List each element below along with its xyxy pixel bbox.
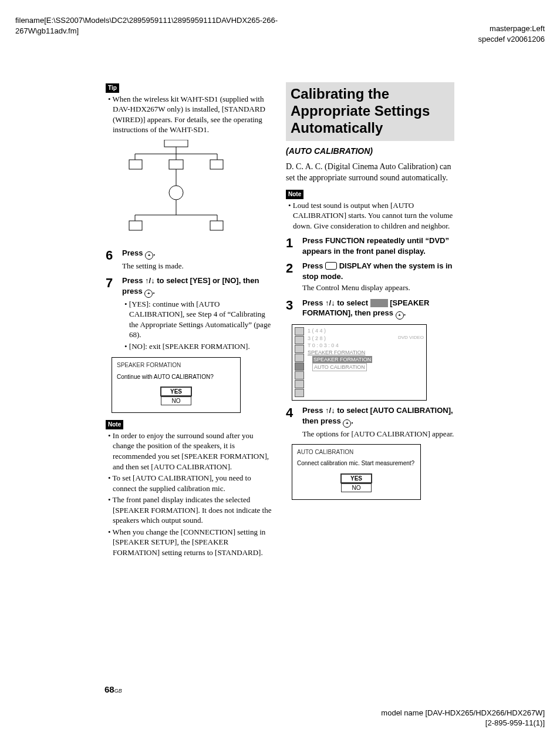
svg-rect-0	[164, 140, 188, 147]
step-1-number: 1	[286, 236, 302, 250]
header-meta: masterpage:Left specdef v20061206	[478, 23, 545, 44]
control-menu-display: 1 ( 4 4 ) 3 ( 2 8 ) DVD VIDEO T 0 : 0 3 …	[292, 324, 427, 401]
step-1-instruction: Press FUNCTION repeatedly until “DVD” ap…	[302, 236, 454, 256]
dialog-prompt: Connect calibration mic. Start measureme…	[297, 459, 416, 468]
tip-label: Tip	[106, 83, 119, 93]
intro-text: D. C. A. C. (Digital Cinema Auto Calibra…	[286, 162, 454, 184]
dialog-title: SPEAKER FORMATION	[117, 361, 235, 369]
step-6-instruction: Press +.	[122, 248, 274, 260]
step-2-instruction: Press DISPLAY when the system is in stop…	[302, 261, 454, 281]
enter-icon: +	[396, 311, 404, 320]
svg-rect-20	[129, 221, 142, 230]
dialog-yes[interactable]: YES	[160, 387, 192, 396]
menu-speaker-formation-2[interactable]: SPEAKER FORMATION	[312, 356, 372, 363]
speaker-formation-dialog: SPEAKER FORMATION Continue with AUTO CAL…	[112, 357, 241, 413]
svg-rect-13	[210, 160, 223, 169]
step-2: 2 Press DISPLAY when the system is in st…	[286, 261, 454, 293]
step-7: 7 Press ↑/↓ to select [YES] or [NO], the…	[106, 275, 274, 352]
step-4-instruction: Press ↑/↓ to select [AUTO CALIBRATION], …	[302, 405, 454, 428]
document-code: [2-895-959-11(1)]	[381, 718, 545, 728]
step-4-result: The options for [AUTO CALIBRATION] appea…	[302, 429, 454, 439]
menu-line-3: T 0 : 0 3 : 0 4	[308, 342, 424, 349]
dialog-prompt: Continue with AUTO CALIBRATION?	[117, 373, 235, 381]
footer-meta: model name [DAV-HDX265/HDX266/HDX267W] […	[381, 708, 545, 728]
step-6: 6 Press +. The setting is made.	[106, 248, 274, 271]
dialog-no[interactable]: NO	[341, 483, 372, 492]
svg-point-14	[169, 186, 183, 200]
svg-rect-21	[210, 221, 223, 230]
step-3-number: 3	[286, 298, 302, 312]
menu-speaker-formation-1: SPEAKER FORMATION	[308, 349, 424, 356]
dialog-yes[interactable]: YES	[340, 473, 372, 483]
enter-icon: +	[343, 419, 351, 428]
step-6-number: 6	[106, 248, 122, 262]
left-column: Tip When the wireless kit WAHT-SD1 (supp…	[106, 82, 274, 559]
note-1: In order to enjoy the surround sound aft…	[106, 431, 274, 472]
section-title: Calibrating the Appropriate Settings Aut…	[286, 82, 454, 141]
step-1: 1 Press FUNCTION repeatedly until “DVD” …	[286, 236, 454, 256]
specdef: specdef v20061206	[478, 34, 545, 45]
step-4: 4 Press ↑/↓ to select [AUTO CALIBRATION]…	[286, 405, 454, 439]
speaker-formation-icon	[370, 299, 388, 307]
dialog-no[interactable]: NO	[161, 396, 191, 405]
svg-rect-11	[129, 160, 142, 169]
menu-dvd-video: DVD VIDEO	[398, 335, 424, 342]
section-subtitle: (AUTO CALIBRATION)	[286, 146, 454, 157]
note-3: The front panel display indicates the se…	[106, 495, 274, 526]
filename-line1: filename[E:\SS2007\Models\DC2\2895959111…	[15, 15, 278, 26]
auto-calibration-dialog: AUTO CALIBRATION Connect calibration mic…	[292, 444, 421, 500]
model-name: model name [DAV-HDX265/HDX266/HDX267W]	[381, 708, 545, 718]
note-label: Note	[286, 190, 303, 199]
step-3: 3 Press ↑/↓ to select [SPEAKER FORMATION…	[286, 298, 454, 320]
step-7-instruction: Press ↑/↓ to select [YES] or [NO], then …	[122, 275, 274, 298]
step-6-result: The setting is made.	[122, 261, 274, 271]
menu-icon-column	[295, 327, 304, 397]
header-filename: filename[E:\SS2007\Models\DC2\2895959111…	[15, 15, 278, 36]
step-7-no: [NO]: exit [SPEAKER FORMATION].	[122, 341, 274, 352]
note-label: Note	[106, 420, 123, 429]
display-icon	[325, 262, 337, 270]
right-column: Calibrating the Appropriate Settings Aut…	[286, 82, 454, 559]
masterpage: masterpage:Left	[478, 23, 545, 34]
page-number: 68GB	[104, 684, 122, 695]
speaker-layout-diagram	[123, 140, 229, 234]
dialog-title: AUTO CALIBRATION	[297, 448, 416, 456]
note-2: To set [AUTO CALIBRATION], you need to c…	[106, 473, 274, 493]
enter-icon: +	[145, 251, 153, 260]
step-3-instruction: Press ↑/↓ to select [SPEAKER FORMATION],…	[302, 298, 454, 320]
step-7-yes: [YES]: continue with [AUTO CALIBRATION],…	[122, 299, 274, 340]
tip-text: When the wireless kit WAHT-SD1 (supplied…	[106, 94, 274, 135]
menu-auto-calibration[interactable]: AUTO CALIBRATION	[312, 363, 367, 371]
step-2-result: The Control Menu display appears.	[302, 283, 454, 293]
filename-line2: 267W\gb11adv.fm]	[15, 26, 278, 36]
step-7-number: 7	[106, 275, 122, 290]
step-4-number: 4	[286, 405, 302, 419]
step-2-number: 2	[286, 261, 302, 275]
menu-line-2: 3 ( 2 8 )	[308, 335, 326, 342]
right-note-1: Loud test sound is output when [AUTO CAL…	[286, 200, 454, 231]
note-4: When you change the [CONNECTION] setting…	[106, 527, 274, 558]
enter-icon: +	[144, 290, 153, 298]
menu-line-1: 1 ( 4 4 )	[308, 327, 424, 334]
svg-rect-12	[169, 160, 183, 169]
